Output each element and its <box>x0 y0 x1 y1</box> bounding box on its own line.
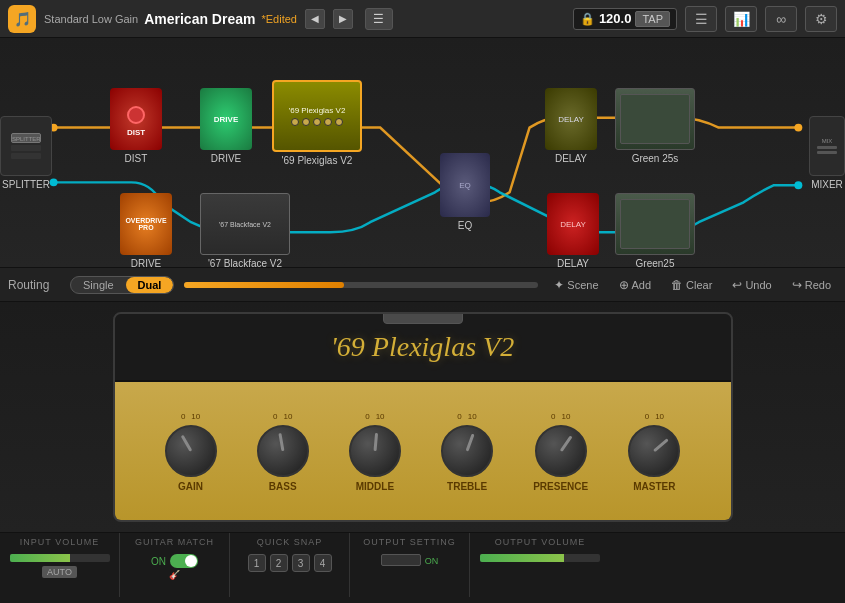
delay-bottom-device: DELAY <box>547 193 599 255</box>
middle-label: MIDDLE <box>356 481 394 492</box>
drive-bottom-label: DRIVE <box>131 258 162 268</box>
amp-handle <box>383 312 463 324</box>
clear-button[interactable]: 🗑 Clear <box>665 276 718 294</box>
output-vol-meter <box>480 554 600 562</box>
snap-3-button[interactable]: 3 <box>292 554 310 572</box>
drive-bottom-pedal[interactable]: OVERDRIVE PRO DRIVE <box>120 193 172 268</box>
amp-top-section: '69 Plexiglas V2 <box>115 314 731 382</box>
amp-69-device: '69 Plexiglas V2 <box>272 80 362 152</box>
gain-knob[interactable] <box>165 425 217 477</box>
preset-menu-button[interactable]: ☰ <box>365 8 393 30</box>
output-on-badge: ON <box>425 556 439 566</box>
snap-1-button[interactable]: 1 <box>248 554 266 572</box>
svg-point-2 <box>794 124 802 132</box>
routing-slider[interactable] <box>184 282 538 288</box>
edited-tag: *Edited <box>261 13 296 25</box>
delay-top-pedal[interactable]: DELAY DELAY <box>545 88 597 164</box>
eq-label: EQ <box>458 220 472 231</box>
bpm-area: 🔒 120.0 TAP <box>573 8 677 30</box>
dist-pedal[interactable]: DIST DIST <box>110 88 162 164</box>
quick-snap-section: QUICK SNAP 1 2 3 4 <box>230 533 350 597</box>
treble-knob[interactable] <box>441 425 493 477</box>
dual-mode-button[interactable]: Dual <box>126 277 174 293</box>
presence-label: PRESENCE <box>533 481 588 492</box>
tuner-icon-button[interactable]: 📊 <box>725 6 757 32</box>
bass-label: BASS <box>269 481 297 492</box>
mixer-device: MIX <box>809 116 845 176</box>
presence-knob[interactable] <box>535 425 587 477</box>
infinity-icon-button[interactable]: ∞ <box>765 6 797 32</box>
middle-knob-group: 010 MIDDLE <box>349 412 401 492</box>
bpm-value: 120.0 <box>599 11 632 26</box>
cab-green25-device <box>615 193 695 255</box>
amp-controls: 010 GAIN 010 BASS 010 MIDDLE <box>115 382 731 522</box>
single-mode-button[interactable]: Single <box>71 277 126 293</box>
guitar-match-toggle[interactable] <box>170 554 198 568</box>
amp-69-pedal[interactable]: '69 Plexiglas V2 '69 Plexiglas V2 <box>272 80 362 166</box>
middle-knob[interactable] <box>349 425 401 477</box>
output-setting-label: OUTPUT SETTING <box>363 537 455 547</box>
signal-chain: SPLITTER SPLITTER DIST DIST DRIVE DRIVE <box>0 38 845 268</box>
output-setting-meter <box>381 554 421 566</box>
amp-67-pedal[interactable]: '67 Blackface V2 '67 Blackface V2 <box>200 193 290 268</box>
preset-name: American Dream <box>144 11 255 27</box>
add-button[interactable]: ⊕ Add <box>613 276 658 294</box>
output-setting-section: OUTPUT SETTING ON <box>350 533 470 597</box>
snap-2-button[interactable]: 2 <box>270 554 288 572</box>
guitar-match-label: GUITAR MATCH <box>135 537 214 547</box>
drive-top-label: DRIVE <box>211 153 242 164</box>
master-knob-group: 010 MASTER <box>628 412 680 492</box>
routing-bar: Routing Single Dual ✦ Scene ⊕ Add 🗑 Clea… <box>0 268 845 302</box>
routing-slider-fill <box>184 282 343 288</box>
scene-button[interactable]: ✦ Scene <box>548 276 604 294</box>
top-bar: 🎵 Standard Low Gain American Dream *Edit… <box>0 0 845 38</box>
input-volume-label: INPUT VOLUME <box>20 537 99 547</box>
auto-badge: AUTO <box>42 566 77 578</box>
redo-icon: ↪ <box>792 278 802 292</box>
undo-button[interactable]: ↩ Undo <box>726 276 777 294</box>
dist-label: DIST <box>125 153 148 164</box>
amp-69-label: '69 Plexiglas V2 <box>282 155 353 166</box>
scene-icon: ✦ <box>554 278 564 292</box>
prev-preset-button[interactable]: ◀ <box>305 9 325 29</box>
output-volume-section: OUTPUT VOLUME <box>470 533 610 597</box>
trash-icon: 🗑 <box>671 278 683 292</box>
lock-icon: 🔒 <box>580 12 595 26</box>
eq-pedal[interactable]: EQ EQ <box>440 153 490 231</box>
presence-knob-group: 010 PRESENCE <box>533 412 588 492</box>
presets-icon-button[interactable]: ☰ <box>685 6 717 32</box>
mixer-label: MIXER <box>811 179 843 190</box>
next-preset-button[interactable]: ▶ <box>333 9 353 29</box>
routing-label: Routing <box>8 278 60 292</box>
tap-button[interactable]: TAP <box>635 11 670 27</box>
delay-bottom-label: DELAY <box>557 258 589 268</box>
output-setting-controls: ON <box>381 554 439 566</box>
bass-knob[interactable] <box>257 425 309 477</box>
cab-green25s-pedal[interactable]: Green 25s <box>615 88 695 164</box>
cab-green25-pedal[interactable]: Green25 <box>615 193 695 268</box>
bass-knob-group: 010 BASS <box>257 412 309 492</box>
add-icon: ⊕ <box>619 278 629 292</box>
bottom-bar: INPUT VOLUME AUTO GUITAR MATCH ON 🎸 QUIC… <box>0 532 845 597</box>
cab-green25s-label: Green 25s <box>632 153 679 164</box>
input-vol-meter <box>10 554 110 562</box>
amp-67-label: '67 Blackface V2 <box>208 258 282 268</box>
drive-top-pedal[interactable]: DRIVE DRIVE <box>200 88 252 164</box>
amp-panel: '69 Plexiglas V2 010 GAIN 010 BASS <box>0 302 845 532</box>
gain-label: GAIN <box>178 481 203 492</box>
input-volume-section: INPUT VOLUME AUTO <box>0 533 120 597</box>
master-knob[interactable] <box>628 425 680 477</box>
redo-button[interactable]: ↪ Redo <box>786 276 837 294</box>
settings-icon-button[interactable]: ⚙ <box>805 6 837 32</box>
delay-bottom-pedal[interactable]: DELAY DELAY <box>547 193 599 268</box>
app-logo: 🎵 <box>8 5 36 33</box>
mixer-block[interactable]: MIX MIXER <box>809 116 845 190</box>
delay-top-label: DELAY <box>555 153 587 164</box>
guitar-match-on-label: ON <box>151 556 166 567</box>
undo-icon: ↩ <box>732 278 742 292</box>
treble-label: TREBLE <box>447 481 487 492</box>
guitar-icon: 🎸 <box>169 570 180 580</box>
amp-body: '69 Plexiglas V2 010 GAIN 010 BASS <box>113 312 733 522</box>
splitter-block[interactable]: SPLITTER SPLITTER <box>0 116 52 190</box>
snap-4-button[interactable]: 4 <box>314 554 332 572</box>
